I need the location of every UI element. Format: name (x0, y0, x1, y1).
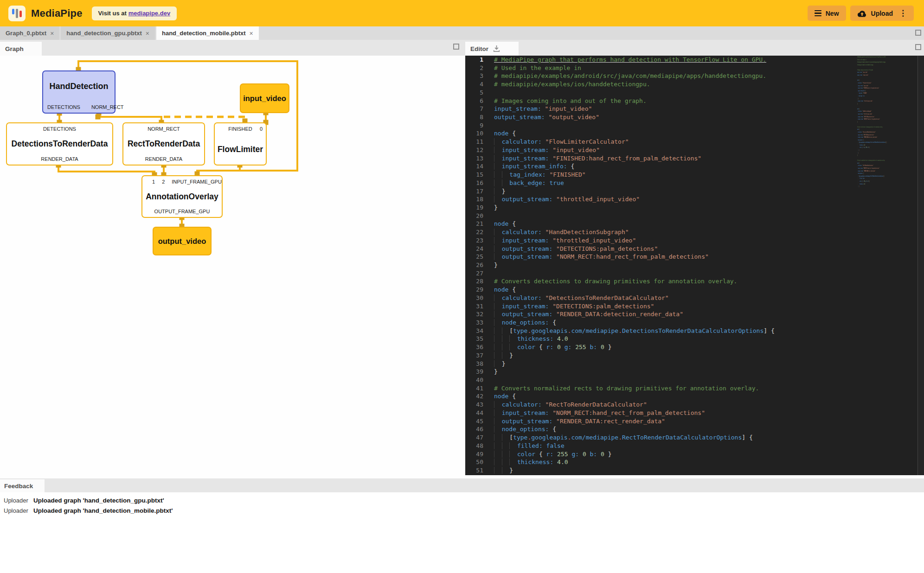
code-line-44[interactable]: 44 input_stream: "NORM_RECT:hand_rect_fr… (465, 409, 775, 417)
code-line-21[interactable]: 21node { (465, 220, 775, 228)
line-content: } (489, 368, 498, 376)
code-line-36[interactable]: 36 color { r: 0 g: 255 b: 0 } (465, 343, 775, 351)
code-line-8[interactable]: 8output_stream: "output_video" (465, 113, 775, 121)
code-line-50[interactable]: 50 thickness: 4.0 (465, 458, 775, 466)
code-line-26[interactable]: 26} (465, 261, 775, 269)
code-line-33[interactable]: 33 node_options: { (465, 318, 775, 327)
editor-scrollbar[interactable] (918, 56, 924, 475)
tab-graph[interactable]: Graph (0, 42, 42, 56)
code-line-9[interactable]: 9 (465, 121, 775, 130)
graph-node-HandDetection[interactable]: HandDetectionDETECTIONSNORM_RECT (42, 70, 116, 114)
file-tab-hand_detection_mobile.pbtxt[interactable]: hand_detection_mobile.pbtxt× (156, 26, 259, 40)
line-content: node { (489, 392, 516, 401)
graph-node-output_video[interactable]: output_video (153, 227, 212, 255)
code-line-11[interactable]: 11 calculator: "FlowLimiterCalculator" (465, 138, 775, 146)
code-line-32[interactable]: 32 output_stream: "RENDER_DATA:detection… (465, 310, 775, 318)
code-line-38[interactable]: 38 } (465, 360, 775, 368)
code-line-43[interactable]: 43 calculator: "RectToRenderDataCalculat… (465, 401, 775, 409)
code-line-1[interactable]: 1# MediaPipe graph that performs hand de… (465, 56, 775, 64)
code-line-2[interactable]: 2# Used in the example in (465, 64, 775, 72)
code-line-18[interactable]: 18 output_stream: "throttled_input_video… (465, 195, 775, 204)
port-label-INPUT_FRAME_GPU: INPUT_FRAME_GPU (172, 179, 223, 185)
code-line-5[interactable]: 5 (465, 89, 775, 97)
graph-node-RectToRenderData[interactable]: NORM_RECTRectToRenderDataRENDER_DATA (122, 122, 205, 166)
code-line-30[interactable]: 30 calculator: "DetectionsToRenderDataCa… (465, 294, 775, 302)
code-line-24[interactable]: 24 output_stream: "DETECTIONS:palm_detec… (465, 245, 775, 253)
graph-node-DetectionsToRenderData[interactable]: DETECTIONSDetectionsToRenderDataRENDER_D… (6, 122, 113, 166)
line-content (489, 212, 498, 220)
line-number: 43 (465, 401, 489, 409)
close-tab-icon[interactable]: × (146, 30, 149, 37)
visit-pill: Visit us at mediapipe.dev (92, 6, 177, 20)
code-line-42[interactable]: 42node { (465, 392, 775, 401)
new-button[interactable]: New (808, 6, 846, 21)
mediapipe-dev-link[interactable]: mediapipe.dev (128, 10, 170, 17)
line-content: output_stream: "RENDER_DATA:detection_re… (489, 310, 683, 318)
code-line-13[interactable]: 13 input_stream: "FINISHED:hand_rect_fro… (465, 154, 775, 163)
code-line-23[interactable]: 23 input_stream: "throttled_input_video" (465, 236, 775, 245)
code-line-19[interactable]: 19} (465, 204, 775, 212)
code-line-46[interactable]: 46 node_options: { (465, 425, 775, 433)
code-line-4[interactable]: 4# mediapipie/examples/ios/handdetection… (465, 80, 775, 89)
line-number: 32 (465, 310, 489, 318)
code-line-40[interactable]: 40 (465, 376, 775, 384)
file-tab-hand_detection_gpu.pbtxt[interactable]: hand_detection_gpu.pbtxt× (61, 26, 155, 40)
line-number: 15 (465, 171, 489, 179)
tab-editor[interactable]: Editor (465, 42, 519, 56)
graph-node-input_video[interactable]: input_video (240, 83, 289, 113)
code-line-47[interactable]: 47 [type.googleapis.com/mediapipe.RectTo… (465, 433, 775, 442)
code-line-20[interactable]: 20 (465, 212, 775, 220)
code-line-28[interactable]: 28# Converts detections to drawing primi… (465, 277, 775, 286)
code-line-10[interactable]: 10node { (465, 129, 775, 138)
code-line-37[interactable]: 37 } (465, 351, 775, 360)
code-line-3[interactable]: 3# mediapipie/examples/android/src/java/… (465, 72, 775, 80)
download-icon[interactable] (493, 45, 500, 52)
code-line-39[interactable]: 39} (465, 368, 775, 376)
code-editor[interactable]: 1# MediaPipe graph that performs hand de… (465, 56, 924, 475)
tab-feedback[interactable]: Feedback (0, 479, 45, 492)
kebab-menu-icon[interactable]: ⋮ (899, 8, 907, 18)
minimap[interactable]: # MediaPipe graph that performs hand det… (857, 56, 904, 199)
line-content: output_stream: "NORM_RECT:hand_rect_from… (489, 253, 709, 261)
expand-tabs-icon[interactable] (915, 30, 921, 36)
code-line-22[interactable]: 22 calculator: "HandDetectionSubgraph" (465, 228, 775, 236)
line-content: input_stream: "DETECTIONS:palm_detection… (489, 302, 654, 311)
expand-graph-panel-icon[interactable] (453, 44, 459, 50)
code-line-7[interactable]: 7input_stream: "input_video" (465, 105, 775, 113)
code-line-41[interactable]: 41# Converts normalized rects to drawing… (465, 384, 775, 393)
code-line-34[interactable]: 34 [type.googleapis.com/mediapipe.Detect… (465, 327, 775, 335)
code-line-49[interactable]: 49 color { r: 255 g: 0 b: 0 } (465, 450, 775, 458)
code-line-29[interactable]: 29node { (465, 286, 775, 294)
code-line-14[interactable]: 14 input_stream_info: { (465, 162, 775, 171)
line-content: calculator: "HandDetectionSubgraph" (489, 228, 629, 236)
close-tab-icon[interactable]: × (250, 30, 253, 37)
line-content: input_stream: "NORM_RECT:hand_rect_from_… (489, 409, 705, 417)
code-line-25[interactable]: 25 output_stream: "NORM_RECT:hand_rect_f… (465, 253, 775, 261)
code-line-16[interactable]: 16 back_edge: true (465, 179, 775, 187)
code-line-12[interactable]: 12 input_stream: "input_video" (465, 146, 775, 154)
bottom-ports: DETECTIONSNORM_RECT (43, 102, 115, 113)
code-line-6[interactable]: 6# Images coming into and out of the gra… (465, 97, 775, 105)
file-tab-Graph_0.pbtxt[interactable]: Graph_0.pbtxt× (0, 26, 59, 40)
graph-node-FlowLimiter[interactable]: FINISHED0FlowLimiter (214, 122, 267, 166)
line-number: 45 (465, 417, 489, 426)
graph-canvas[interactable]: HandDetectionDETECTIONSNORM_RECTinput_vi… (0, 56, 465, 478)
expand-editor-panel-icon[interactable] (915, 44, 921, 50)
code-line-51[interactable]: 51 } (465, 466, 775, 475)
code-line-48[interactable]: 48 filled: false (465, 442, 775, 450)
code-line-15[interactable]: 15 tag_index: "FINISHED" (465, 171, 775, 179)
node-title: RectToRenderData (123, 134, 204, 153)
upload-button[interactable]: Upload ⋮ (850, 6, 914, 21)
code-line-27[interactable]: 27 (465, 269, 775, 278)
code-line-17[interactable]: 17 } (465, 187, 775, 196)
graph-node-AnnotationOverlay[interactable]: 12INPUT_FRAME_GPUAnnotationOverlayOUTPUT… (141, 175, 223, 218)
code-line-35[interactable]: 35 thickness: 4.0 (465, 335, 775, 343)
port-label-NORM_RECT: NORM_RECT (91, 104, 124, 110)
code-line-45[interactable]: 45 output_stream: "RENDER_DATA:rect_rend… (465, 417, 775, 426)
line-content (489, 121, 498, 130)
line-content: color { r: 0 g: 255 b: 0 } (489, 343, 612, 351)
code-lines[interactable]: 1# MediaPipe graph that performs hand de… (465, 56, 775, 475)
bottom-ports: RENDER_DATA (7, 153, 112, 165)
close-tab-icon[interactable]: × (50, 30, 54, 37)
code-line-31[interactable]: 31 input_stream: "DETECTIONS:palm_detect… (465, 302, 775, 311)
